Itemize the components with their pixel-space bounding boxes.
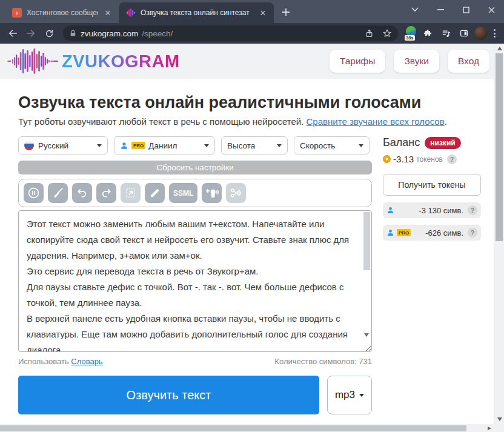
balance-label: Баланс	[383, 136, 420, 149]
url-path: /speech/	[142, 29, 173, 38]
vpn-extension-icon[interactable]: 38s	[404, 26, 417, 41]
char-count: Количество символов: 731	[274, 357, 372, 366]
scrollbar-corner	[494, 424, 504, 432]
dictionary-link[interactable]: Словарь	[71, 357, 102, 366]
cut-audio-icon	[230, 187, 242, 199]
tab-title: Озвучка текста онлайн синтезат	[141, 8, 253, 17]
login-button[interactable]: Вход	[448, 50, 489, 73]
dictionary-row: Использовать Словарь Количество символов…	[18, 357, 372, 366]
browser-tab-zvukogram[interactable]: Озвучка текста онлайн синтезат ✕	[119, 2, 274, 23]
chevron-down-icon	[97, 144, 102, 147]
tokens-unit: токенов	[416, 155, 443, 164]
undo-button[interactable]	[72, 183, 92, 203]
page-horizontal-scrollbar[interactable]	[0, 424, 494, 432]
get-tokens-button[interactable]: Получить токены	[383, 174, 481, 196]
expand-editor-button[interactable]	[121, 183, 141, 203]
language-select[interactable]: Русский	[18, 136, 108, 155]
page-subtitle: Тут роботы озвучивают любой текст в речь…	[18, 116, 504, 127]
waveform-logo-icon	[7, 48, 58, 75]
pro-voice-usage-row: PRO -626 симв. ?	[383, 225, 481, 241]
site-header: ZVUKOGRAM Тарифы Звуки Вход	[0, 44, 504, 79]
editor-scroll-down-icon[interactable]	[364, 333, 369, 337]
tab-close-icon[interactable]: ✕	[258, 8, 268, 18]
chevron-down-icon	[359, 394, 364, 397]
undo-icon	[76, 187, 88, 199]
playlist-extension-icon[interactable]	[438, 25, 454, 41]
back-icon[interactable]	[5, 25, 21, 41]
ssml-button[interactable]: SSML	[169, 183, 197, 203]
bookmark-star-icon[interactable]	[382, 28, 392, 38]
clear-text-button[interactable]	[48, 183, 68, 203]
browser-tab-hosting[interactable]: › Хостинговое сообщество «Time ✕	[5, 2, 119, 23]
accent-pen-button[interactable]	[145, 183, 165, 203]
text-editor-wrap: Этот текст можно заменить любым вашим т+…	[18, 210, 372, 352]
balance-panel: Баланс низкий -3.13 токенов ? Получить т…	[383, 136, 481, 414]
editor-toolbar: SSML	[18, 179, 372, 207]
usage-help-icon[interactable]: ?	[468, 205, 477, 215]
browser-menu-icon[interactable]	[490, 29, 499, 38]
usage-help-icon[interactable]: ?	[468, 228, 477, 238]
redo-button[interactable]	[96, 183, 116, 203]
tab-favicon-hosting: ›	[12, 8, 22, 18]
speed-select[interactable]: Скорость	[294, 136, 370, 155]
window-restore-down-icon[interactable]	[402, 0, 428, 19]
person-icon	[386, 228, 394, 237]
lock-icon	[69, 29, 77, 38]
tab-favicon-waveform-icon	[126, 8, 136, 18]
pitch-select[interactable]: Высота	[221, 136, 288, 155]
tariffs-button[interactable]: Тарифы	[330, 50, 386, 73]
forward-icon[interactable]	[23, 25, 39, 41]
scroll-right-icon[interactable]	[488, 427, 491, 430]
page: ZVUKOGRAM Тарифы Звуки Вход Озвучка текс…	[0, 44, 504, 432]
vertical-scrollbar-thumb[interactable]	[496, 53, 503, 241]
share-icon[interactable]	[365, 29, 374, 38]
broom-icon	[51, 187, 64, 199]
sounds-button[interactable]: Звуки	[394, 50, 439, 73]
editor-scrollbar-thumb[interactable]	[363, 212, 370, 270]
chevron-down-icon	[277, 144, 282, 147]
site-logo[interactable]: ZVUKOGRAM	[7, 48, 180, 75]
url-host: zvukogram.com	[81, 29, 138, 38]
voice-select[interactable]: PRO Даниил	[114, 136, 215, 155]
add-voice-icon	[205, 187, 219, 199]
scroll-up-icon[interactable]	[497, 47, 502, 50]
tab-title: Хостинговое сообщество «Time	[27, 8, 98, 17]
reload-icon[interactable]	[41, 25, 57, 41]
redo-icon	[100, 187, 113, 199]
standard-voice-usage-row: -3 130 симв. ?	[383, 202, 481, 218]
chevron-down-icon	[359, 144, 363, 147]
tokens-help-icon[interactable]: ?	[447, 155, 457, 164]
text-editor[interactable]: Этот текст можно заменить любым вашим т+…	[19, 211, 371, 351]
add-voice-button[interactable]	[202, 183, 222, 203]
pause-icon	[27, 187, 40, 199]
address-bar[interactable]: zvukogram.com/speech/	[63, 25, 398, 41]
person-icon	[120, 141, 128, 150]
browser-tabstrip: › Хостинговое сообщество «Time ✕ Озвучка…	[0, 0, 504, 23]
scroll-down-icon[interactable]	[497, 417, 502, 421]
extension-badge: 38s	[405, 35, 415, 41]
pen-icon	[148, 187, 161, 199]
tab-close-icon[interactable]: ✕	[103, 8, 113, 18]
window-minimize-button[interactable]	[428, 0, 453, 19]
window-maximize-button[interactable]	[453, 0, 479, 19]
profile-avatar[interactable]	[474, 27, 488, 40]
pro-badge: PRO	[131, 142, 145, 149]
side-panel-icon[interactable]	[456, 25, 472, 41]
pro-badge: PRO	[397, 229, 411, 236]
editor-scrollbar[interactable]	[363, 212, 370, 350]
format-select[interactable]: mp3	[327, 376, 372, 414]
page-vertical-scrollbar[interactable]	[494, 44, 504, 424]
reset-settings-button[interactable]: Сбросить настройки	[18, 161, 372, 174]
expand-icon	[124, 187, 137, 199]
insert-pause-button[interactable]	[24, 183, 44, 203]
compare-voices-link[interactable]: Сравните звучание всех голосов	[307, 116, 445, 127]
cut-audio-button[interactable]	[226, 183, 246, 203]
balance-status-badge: низкий	[425, 137, 460, 149]
tokens-value: -3.13	[393, 154, 414, 164]
horizontal-scrollbar-thumb[interactable]	[0, 425, 466, 431]
extensions-puzzle-icon[interactable]	[420, 25, 436, 41]
synthesize-button[interactable]: Озвучить текст	[18, 376, 319, 414]
window-close-button[interactable]	[479, 0, 504, 19]
new-tab-button[interactable]	[277, 4, 294, 21]
token-coin-icon	[383, 155, 391, 163]
